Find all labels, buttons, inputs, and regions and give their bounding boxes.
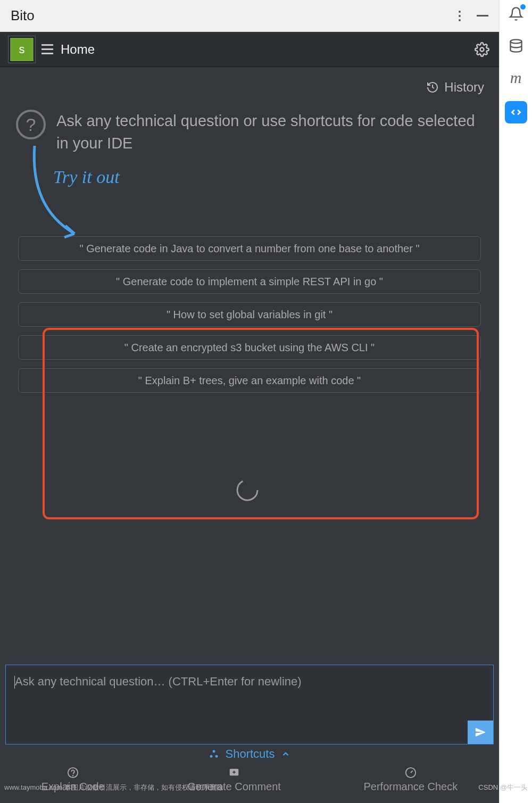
try-it-out-label: Try it out [53,167,120,187]
history-icon [426,81,439,94]
code-chat-icon[interactable] [505,101,527,123]
svg-point-4 [215,755,218,758]
send-icon [475,726,486,738]
database-icon[interactable] [508,37,525,54]
action-performance-check[interactable]: Performance Check [363,767,458,803]
svg-point-6 [73,775,73,776]
minimize-icon[interactable] [477,15,488,16]
app-title: Bito [11,7,35,24]
svg-point-3 [210,755,212,758]
suggestions-list: " Generate code in Java to convert a num… [0,236,499,393]
suggestion-item[interactable]: " Create an encrypted s3 bucket using th… [18,335,481,360]
shortcuts-toggle[interactable]: Shortcuts [0,744,499,764]
m-icon[interactable]: m [508,69,525,86]
hamburger-icon[interactable] [41,44,53,54]
suggestion-item[interactable]: " How to set global variables in git " [18,302,481,327]
arrow-icon [24,140,93,247]
help-icon [67,767,79,779]
suggestion-item[interactable]: " Explain B+ trees, give an example with… [18,368,481,393]
send-button[interactable] [468,721,493,744]
titlebar: Bito [0,0,499,32]
history-label: History [444,80,484,95]
content-area: History ? Ask any technical question or … [0,67,499,803]
intro-text: Ask any technical question or use shortc… [56,110,483,154]
avatar[interactable]: s [10,37,34,62]
gauge-icon [405,767,417,779]
svg-point-1 [237,480,257,500]
shortcuts-icon [209,749,219,759]
svg-point-0 [480,47,484,51]
watermark-left: www.taymoba.com 本图片仅做引流展示，非存储，如有侵权请联系删除 [4,783,223,792]
right-sidebar: m [499,0,532,803]
add-comment-icon [228,767,240,779]
chat-input-placeholder: Ask any technical question… (CTRL+Enter … [15,675,302,688]
kebab-menu-icon[interactable] [459,11,461,21]
spinner-icon [235,478,260,502]
notification-dot [520,4,526,10]
tabbar: s Home [0,32,499,67]
suggestion-item[interactable]: " Generate code to implement a simple RE… [18,269,481,294]
chat-input-box[interactable]: Ask any technical question… (CTRL+Enter … [5,665,494,744]
question-icon: ? [16,110,46,139]
chat-input[interactable]: Ask any technical question… (CTRL+Enter … [6,665,493,721]
bell-icon[interactable] [508,5,525,22]
watermark-right: CSDN @牛一头 [478,783,528,792]
shortcuts-label: Shortcuts [226,747,275,761]
gear-icon[interactable] [475,42,489,57]
tab-home[interactable]: Home [61,42,95,57]
action-label: Performance Check [363,781,458,793]
chevron-up-icon [281,749,290,759]
svg-point-9 [510,39,521,43]
svg-point-2 [212,750,215,753]
history-button[interactable]: History [426,80,484,95]
